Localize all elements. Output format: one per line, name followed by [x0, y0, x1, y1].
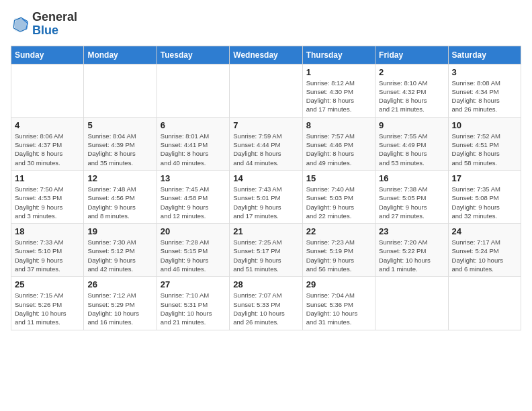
calendar-week-row: 1Sunrise: 8:12 AM Sunset: 4:30 PM Daylig… — [11, 64, 521, 117]
calendar-day-cell: 10Sunrise: 7:52 AM Sunset: 4:51 PM Dayli… — [448, 117, 521, 170]
empty-day-cell — [230, 64, 302, 117]
calendar-day-cell: 24Sunrise: 7:17 AM Sunset: 5:24 PM Dayli… — [448, 224, 521, 277]
day-number: 13 — [161, 173, 226, 183]
calendar-day-cell: 28Sunrise: 7:07 AM Sunset: 5:33 PM Dayli… — [230, 277, 302, 330]
day-number: 4 — [15, 120, 80, 130]
calendar-day-cell: 9Sunrise: 7:55 AM Sunset: 4:49 PM Daylig… — [375, 117, 448, 170]
calendar-day-cell: 22Sunrise: 7:23 AM Sunset: 5:19 PM Dayli… — [302, 224, 375, 277]
logo: GeneralBlue — [11, 11, 77, 38]
day-number: 21 — [233, 226, 298, 236]
empty-day-cell — [375, 277, 448, 330]
day-info: Sunrise: 7:52 AM Sunset: 4:51 PM Dayligh… — [452, 132, 517, 167]
empty-day-cell — [11, 64, 84, 117]
day-number: 23 — [379, 226, 444, 236]
calendar-day-cell: 4Sunrise: 8:06 AM Sunset: 4:37 PM Daylig… — [11, 117, 84, 170]
day-number: 8 — [306, 120, 371, 130]
weekday-header-tuesday: Tuesday — [157, 46, 229, 64]
calendar-day-cell: 18Sunrise: 7:33 AM Sunset: 5:10 PM Dayli… — [11, 224, 84, 277]
day-info: Sunrise: 8:10 AM Sunset: 4:32 PM Dayligh… — [379, 79, 444, 114]
empty-day-cell — [84, 64, 157, 117]
day-info: Sunrise: 7:40 AM Sunset: 5:03 PM Dayligh… — [306, 185, 371, 220]
day-info: Sunrise: 8:06 AM Sunset: 4:37 PM Dayligh… — [15, 132, 80, 167]
day-info: Sunrise: 7:12 AM Sunset: 5:29 PM Dayligh… — [87, 291, 152, 326]
logo-icon — [11, 15, 30, 34]
calendar-week-row: 25Sunrise: 7:15 AM Sunset: 5:26 PM Dayli… — [11, 277, 521, 330]
day-info: Sunrise: 7:04 AM Sunset: 5:36 PM Dayligh… — [306, 291, 371, 326]
day-number: 28 — [233, 279, 298, 289]
day-info: Sunrise: 7:28 AM Sunset: 5:15 PM Dayligh… — [161, 238, 226, 273]
day-info: Sunrise: 7:38 AM Sunset: 5:05 PM Dayligh… — [379, 185, 444, 220]
day-info: Sunrise: 7:07 AM Sunset: 5:33 PM Dayligh… — [233, 291, 298, 326]
day-info: Sunrise: 7:25 AM Sunset: 5:17 PM Dayligh… — [233, 238, 298, 273]
calendar-day-cell: 26Sunrise: 7:12 AM Sunset: 5:29 PM Dayli… — [84, 277, 157, 330]
calendar-day-cell: 14Sunrise: 7:43 AM Sunset: 5:01 PM Dayli… — [230, 170, 302, 223]
day-info: Sunrise: 7:35 AM Sunset: 5:08 PM Dayligh… — [452, 185, 517, 220]
weekday-header-monday: Monday — [84, 46, 157, 64]
calendar-day-cell: 12Sunrise: 7:48 AM Sunset: 4:56 PM Dayli… — [84, 170, 157, 223]
calendar-day-cell: 15Sunrise: 7:40 AM Sunset: 5:03 PM Dayli… — [302, 170, 375, 223]
calendar-day-cell: 7Sunrise: 7:59 AM Sunset: 4:44 PM Daylig… — [230, 117, 302, 170]
day-number: 18 — [15, 226, 80, 236]
calendar-day-cell: 21Sunrise: 7:25 AM Sunset: 5:17 PM Dayli… — [230, 224, 302, 277]
day-number: 5 — [87, 120, 152, 130]
day-number: 14 — [233, 173, 298, 183]
day-number: 12 — [87, 173, 152, 183]
day-info: Sunrise: 7:57 AM Sunset: 4:46 PM Dayligh… — [306, 132, 371, 167]
day-number: 7 — [233, 120, 298, 130]
calendar-day-cell: 29Sunrise: 7:04 AM Sunset: 5:36 PM Dayli… — [302, 277, 375, 330]
calendar-week-row: 4Sunrise: 8:06 AM Sunset: 4:37 PM Daylig… — [11, 117, 521, 170]
calendar-day-cell: 11Sunrise: 7:50 AM Sunset: 4:53 PM Dayli… — [11, 170, 84, 223]
calendar-day-cell: 20Sunrise: 7:28 AM Sunset: 5:15 PM Dayli… — [157, 224, 229, 277]
day-info: Sunrise: 7:33 AM Sunset: 5:10 PM Dayligh… — [15, 238, 80, 273]
day-number: 24 — [452, 226, 517, 236]
day-number: 17 — [452, 173, 517, 183]
logo-text: GeneralBlue — [32, 11, 77, 38]
day-number: 27 — [161, 279, 226, 289]
day-number: 6 — [161, 120, 226, 130]
day-info: Sunrise: 7:20 AM Sunset: 5:22 PM Dayligh… — [379, 238, 444, 273]
calendar-day-cell: 25Sunrise: 7:15 AM Sunset: 5:26 PM Dayli… — [11, 277, 84, 330]
day-number: 20 — [161, 226, 226, 236]
weekday-header-wednesday: Wednesday — [230, 46, 302, 64]
calendar-day-cell: 1Sunrise: 8:12 AM Sunset: 4:30 PM Daylig… — [302, 64, 375, 117]
calendar-day-cell: 27Sunrise: 7:10 AM Sunset: 5:31 PM Dayli… — [157, 277, 229, 330]
page-header: GeneralBlue — [11, 11, 521, 38]
calendar-week-row: 18Sunrise: 7:33 AM Sunset: 5:10 PM Dayli… — [11, 224, 521, 277]
day-number: 26 — [87, 279, 152, 289]
day-info: Sunrise: 7:55 AM Sunset: 4:49 PM Dayligh… — [379, 132, 444, 167]
calendar-day-cell: 19Sunrise: 7:30 AM Sunset: 5:12 PM Dayli… — [84, 224, 157, 277]
weekday-header-row: SundayMondayTuesdayWednesdayThursdayFrid… — [11, 46, 521, 64]
day-info: Sunrise: 7:43 AM Sunset: 5:01 PM Dayligh… — [233, 185, 298, 220]
day-number: 3 — [452, 67, 517, 77]
calendar-day-cell: 3Sunrise: 8:08 AM Sunset: 4:34 PM Daylig… — [448, 64, 521, 117]
day-number: 9 — [379, 120, 444, 130]
calendar-table: SundayMondayTuesdayWednesdayThursdayFrid… — [11, 46, 521, 330]
calendar-day-cell: 5Sunrise: 8:04 AM Sunset: 4:39 PM Daylig… — [84, 117, 157, 170]
calendar-day-cell: 17Sunrise: 7:35 AM Sunset: 5:08 PM Dayli… — [448, 170, 521, 223]
day-info: Sunrise: 8:12 AM Sunset: 4:30 PM Dayligh… — [306, 79, 371, 114]
day-number: 22 — [306, 226, 371, 236]
empty-day-cell — [157, 64, 229, 117]
weekday-header-sunday: Sunday — [11, 46, 84, 64]
day-number: 29 — [306, 279, 371, 289]
day-info: Sunrise: 8:08 AM Sunset: 4:34 PM Dayligh… — [452, 79, 517, 114]
calendar-day-cell: 16Sunrise: 7:38 AM Sunset: 5:05 PM Dayli… — [375, 170, 448, 223]
calendar-day-cell: 13Sunrise: 7:45 AM Sunset: 4:58 PM Dayli… — [157, 170, 229, 223]
day-info: Sunrise: 7:30 AM Sunset: 5:12 PM Dayligh… — [87, 238, 152, 273]
day-number: 2 — [379, 67, 444, 77]
day-info: Sunrise: 7:50 AM Sunset: 4:53 PM Dayligh… — [15, 185, 80, 220]
day-number: 25 — [15, 279, 80, 289]
day-info: Sunrise: 7:23 AM Sunset: 5:19 PM Dayligh… — [306, 238, 371, 273]
calendar-week-row: 11Sunrise: 7:50 AM Sunset: 4:53 PM Dayli… — [11, 170, 521, 223]
weekday-header-friday: Friday — [375, 46, 448, 64]
day-number: 10 — [452, 120, 517, 130]
empty-day-cell — [448, 277, 521, 330]
weekday-header-saturday: Saturday — [448, 46, 521, 64]
calendar-day-cell: 8Sunrise: 7:57 AM Sunset: 4:46 PM Daylig… — [302, 117, 375, 170]
day-number: 11 — [15, 173, 80, 183]
weekday-header-thursday: Thursday — [302, 46, 375, 64]
calendar-day-cell: 6Sunrise: 8:01 AM Sunset: 4:41 PM Daylig… — [157, 117, 229, 170]
day-info: Sunrise: 7:48 AM Sunset: 4:56 PM Dayligh… — [87, 185, 152, 220]
day-number: 1 — [306, 67, 371, 77]
day-info: Sunrise: 7:17 AM Sunset: 5:24 PM Dayligh… — [452, 238, 517, 273]
